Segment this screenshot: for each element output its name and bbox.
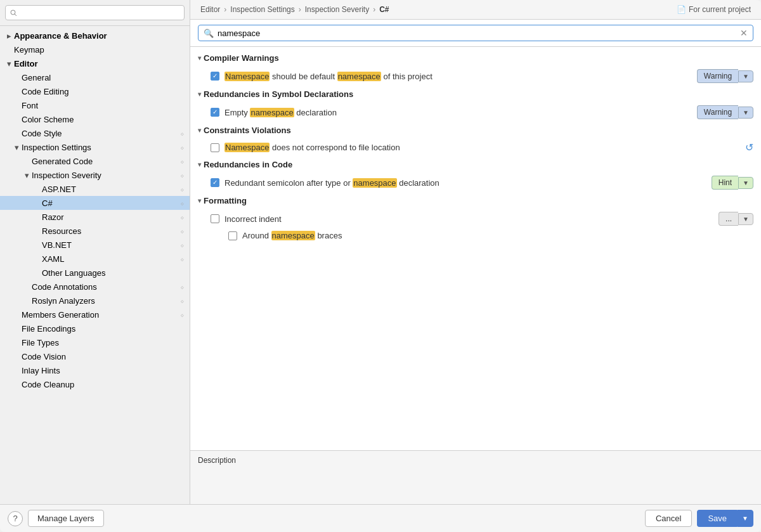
settings-icon: ⬦: [180, 283, 185, 290]
sidebar-item-code-annotations[interactable]: ▸Code Annotations⬦: [0, 280, 190, 294]
settings-icon: ⬦: [180, 297, 185, 304]
sidebar-item-roslyn-analyzers[interactable]: ▸Roslyn Analyzers⬦: [0, 294, 190, 308]
severity-arrow-empty-ns[interactable]: ▼: [738, 107, 753, 119]
settings-icon: ⬦: [180, 157, 185, 165]
severity-arrow-redundant-semicolon[interactable]: ▼: [738, 177, 753, 189]
highlight-text: namespace: [337, 72, 381, 81]
settings-icon: ⬦: [180, 213, 185, 221]
sidebar-item-label: Members Generation: [22, 310, 180, 320]
sidebar-item-font[interactable]: ▸Font⬦: [0, 98, 190, 112]
sidebar-item-label: Keymap: [14, 45, 185, 55]
chevron-down-icon: ▾: [5, 60, 13, 67]
sidebar-item-code-cleanup[interactable]: ▸Code Cleanup⬦: [0, 377, 190, 391]
settings-icon: ⬦: [180, 185, 185, 193]
description-content: [198, 467, 753, 499]
sidebar-item-color-scheme[interactable]: ▸Color Scheme⬦: [0, 112, 190, 126]
sidebar-item-xaml[interactable]: ▸XAML⬦: [0, 252, 190, 266]
breadcrumb-current: C#: [379, 5, 389, 14]
sidebar-item-editor[interactable]: ▾Editor: [0, 56, 190, 70]
sidebar-search-input[interactable]: [5, 5, 185, 20]
breadcrumb-separator: ›: [299, 5, 301, 14]
sidebar: ▸Appearance & Behavior▸Keymap▾Editor▸Gen…: [0, 0, 190, 504]
severity-button-redundant-semicolon[interactable]: Hint: [712, 176, 738, 190]
settings-icon: ⬦: [180, 227, 185, 235]
sidebar-item-resources[interactable]: ▸Resources⬦: [0, 224, 190, 238]
sidebar-item-generated-code[interactable]: ▸Generated Code⬦: [0, 154, 190, 168]
severity-arrow-ns-default[interactable]: ▼: [738, 70, 753, 82]
sidebar-item-label: Inlay Hints: [22, 366, 180, 375]
sidebar-item-label: Roslyn Analyzers: [32, 296, 180, 306]
reset-icon-ns-location[interactable]: ↺: [745, 141, 753, 153]
sidebar-item-csharp[interactable]: ▸C#⬦: [0, 196, 190, 210]
chevron-down-icon: ▾: [198, 55, 201, 62]
inspection-item-around-ns-braces: Around namespace braces: [190, 228, 761, 243]
help-button[interactable]: ?: [8, 511, 23, 526]
save-button[interactable]: Save: [697, 510, 737, 527]
group-header-constraints-violations[interactable]: ▾Constraints Violations: [190, 122, 761, 139]
sidebar-item-inspection-settings[interactable]: ▾Inspection Settings⬦: [0, 140, 190, 154]
group-header-redundancies-code[interactable]: ▾Redundancies in Code: [190, 156, 761, 173]
sidebar-item-inlay-hints[interactable]: ▸Inlay Hints⬦: [0, 363, 190, 377]
settings-icon: ⬦: [180, 199, 185, 207]
inspection-checkbox-around-ns-braces[interactable]: [228, 231, 237, 240]
sidebar-tree: ▸Appearance & Behavior▸Keymap▾Editor▸Gen…: [0, 26, 190, 504]
sidebar-item-code-editing[interactable]: ▸Code Editing⬦: [0, 84, 190, 98]
settings-icon: ⬦: [180, 255, 185, 263]
chevron-down-icon: ▾: [198, 91, 201, 98]
group-label: Redundancies in Code: [204, 160, 292, 169]
inspection-text-empty-ns: Empty namespace declaration: [224, 108, 697, 117]
sidebar-item-code-style[interactable]: ▸Code Style⬦: [0, 126, 190, 140]
sidebar-item-members-generation[interactable]: ▸Members Generation⬦: [0, 308, 190, 321]
inspection-checkbox-redundant-semicolon[interactable]: [211, 178, 219, 187]
cancel-button[interactable]: Cancel: [645, 510, 692, 527]
sidebar-search-container: [0, 0, 190, 26]
sidebar-item-appearance[interactable]: ▸Appearance & Behavior: [0, 29, 190, 42]
clear-search-button[interactable]: ✕: [740, 28, 748, 38]
breadcrumb-part: Inspection Settings: [230, 5, 294, 14]
severity-button-empty-ns[interactable]: Warning: [697, 105, 738, 119]
settings-icon: ⬦: [180, 129, 185, 137]
breadcrumb-part: Inspection Severity: [305, 5, 369, 14]
sidebar-item-label: File Encodings: [22, 324, 180, 334]
inspection-checkbox-incorrect-indent[interactable]: [211, 214, 219, 223]
inspection-checkbox-ns-location[interactable]: [211, 143, 219, 152]
sidebar-item-razor[interactable]: ▸Razor⬦: [0, 210, 190, 224]
sidebar-item-file-encodings[interactable]: ▸File Encodings⬦: [0, 321, 190, 335]
sidebar-item-general[interactable]: ▸General⬦: [0, 70, 190, 84]
highlight-text: namespace: [250, 108, 294, 117]
right-panel: Editor›Inspection Settings›Inspection Se…: [190, 0, 761, 504]
sidebar-item-code-vision[interactable]: ▸Code Vision⬦: [0, 349, 190, 363]
chevron-down-icon: ▾: [23, 171, 30, 179]
main-search-inner: 🔍 ✕: [198, 25, 753, 41]
inspection-checkbox-empty-ns[interactable]: [211, 108, 219, 117]
sidebar-item-label: Inspection Settings: [22, 143, 180, 152]
sidebar-item-keymap[interactable]: ▸Keymap: [0, 42, 190, 56]
sidebar-item-label: Razor: [42, 212, 180, 222]
inspection-item-empty-ns: Empty namespace declarationWarning▼: [190, 103, 761, 122]
sidebar-item-label: C#: [42, 198, 180, 208]
sidebar-item-asp-net[interactable]: ▸ASP.NET⬦: [0, 182, 190, 196]
severity-button-incorrect-indent[interactable]: ...: [719, 212, 738, 226]
group-header-formatting[interactable]: ▾Formatting: [190, 192, 761, 209]
save-dropdown-button[interactable]: ▼: [737, 510, 753, 527]
sidebar-item-file-types[interactable]: ▸File Types⬦: [0, 335, 190, 349]
sidebar-item-inspection-severity[interactable]: ▾Inspection Severity⬦: [0, 168, 190, 182]
sidebar-item-vbnet[interactable]: ▸VB.NET⬦: [0, 238, 190, 252]
description-label: Description: [198, 456, 753, 465]
sidebar-item-label: VB.NET: [42, 240, 180, 250]
inspection-checkbox-ns-default[interactable]: [211, 72, 219, 81]
group-header-compiler-warnings[interactable]: ▾Compiler Warnings: [190, 49, 761, 67]
severity-arrow-incorrect-indent[interactable]: ▼: [738, 213, 753, 225]
breadcrumb: Editor›Inspection Settings›Inspection Se…: [190, 0, 761, 20]
settings-icon: ⬦: [180, 171, 185, 179]
main-search-input[interactable]: [218, 29, 740, 38]
group-label: Constraints Violations: [204, 126, 291, 135]
chevron-down-icon: ▾: [198, 197, 201, 204]
manage-layers-button[interactable]: Manage Layers: [28, 510, 104, 527]
inspection-text-redundant-semicolon: Redundant semicolon after type or namesp…: [224, 178, 712, 188]
severity-button-ns-default[interactable]: Warning: [697, 69, 738, 83]
sidebar-item-label: Color Scheme: [22, 115, 180, 124]
sidebar-item-other-languages[interactable]: ▸Other Languages⬦: [0, 266, 190, 280]
group-header-redundancies-symbol[interactable]: ▾Redundancies in Symbol Declarations: [190, 86, 761, 103]
sidebar-item-label: Code Vision: [22, 352, 180, 361]
